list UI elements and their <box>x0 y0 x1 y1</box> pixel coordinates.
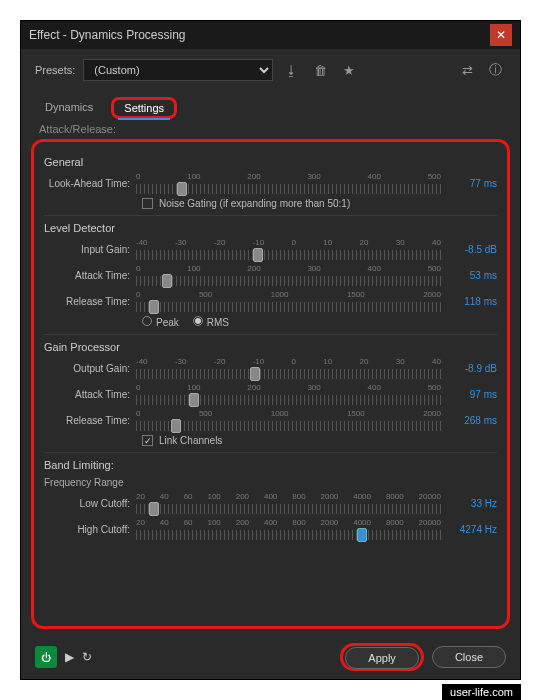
input-gain-value[interactable]: -8.5 dB <box>441 244 497 255</box>
input-gain-slider[interactable]: -40-30-20-10010203040 <box>136 238 441 260</box>
window-title: Effect - Dynamics Processing <box>29 28 490 42</box>
link-channels-row[interactable]: ✓ Link Channels <box>142 435 497 446</box>
close-icon[interactable]: ✕ <box>490 24 512 46</box>
tabs: Dynamics Settings <box>21 97 520 119</box>
route-icon[interactable]: ⇄ <box>458 61 477 80</box>
gp-attack-value[interactable]: 97 ms <box>441 389 497 400</box>
link-channels-label: Link Channels <box>159 435 222 446</box>
power-icon[interactable]: ⏻ <box>35 646 57 668</box>
highlight-panel: General Look-Ahead Time: 010020030040050… <box>31 139 510 629</box>
rms-radio[interactable]: RMS <box>193 316 229 328</box>
ld-attack-label: Attack Time: <box>44 270 136 281</box>
play-icon[interactable]: ▶ <box>65 650 74 664</box>
output-gain-slider[interactable]: -40-30-20-10010203040 <box>136 357 441 379</box>
noise-gating-row[interactable]: Noise Gating (if expanding more than 50:… <box>142 198 497 209</box>
apply-button[interactable]: Apply <box>345 647 419 669</box>
gp-release-label: Release Time: <box>44 415 136 426</box>
high-cutoff-label: High Cutoff: <box>44 524 136 535</box>
ld-attack-slider[interactable]: 0100200300400500 <box>136 264 441 286</box>
close-button[interactable]: Close <box>432 646 506 668</box>
effect-dialog: Effect - Dynamics Processing ✕ Presets: … <box>20 20 521 680</box>
link-channels-checkbox[interactable]: ✓ <box>142 435 153 446</box>
freq-range-label: Frequency Range <box>44 477 497 488</box>
gp-release-slider[interactable]: 0500100015002000 <box>136 409 441 431</box>
footer: ⏻ ▶ ↻ Apply Close <box>21 635 520 679</box>
tab-settings[interactable]: Settings <box>118 98 170 120</box>
ld-release-slider[interactable]: 0500100015002000 <box>136 290 441 312</box>
presets-select[interactable]: (Custom) <box>83 59 273 81</box>
titlebar: Effect - Dynamics Processing ✕ <box>21 21 520 49</box>
peak-radio[interactable]: Peak <box>142 316 179 328</box>
low-cutoff-slider[interactable]: 20406010020040080020004000800020000 <box>136 492 441 514</box>
trash-icon[interactable]: 🗑 <box>310 61 331 80</box>
highlight-apply: Apply <box>340 643 424 671</box>
presets-label: Presets: <box>35 64 75 76</box>
loop-icon[interactable]: ↻ <box>82 650 92 664</box>
info-icon[interactable]: ⓘ <box>485 59 506 81</box>
gp-attack-slider[interactable]: 0100200300400500 <box>136 383 441 405</box>
section-gain-processor: Gain Processor <box>44 341 497 353</box>
tab-dynamics[interactable]: Dynamics <box>39 97 99 119</box>
noise-gating-label: Noise Gating (if expanding more than 50:… <box>159 198 350 209</box>
input-gain-label: Input Gain: <box>44 244 136 255</box>
high-cutoff-value[interactable]: 4274 Hz <box>441 524 497 535</box>
ld-attack-value[interactable]: 53 ms <box>441 270 497 281</box>
star-icon[interactable]: ★ <box>339 61 359 80</box>
lookahead-label: Look-Ahead Time: <box>44 178 136 189</box>
section-general: General <box>44 156 497 168</box>
highlight-settings-tab: Settings <box>111 97 177 119</box>
low-cutoff-value[interactable]: 33 Hz <box>441 498 497 509</box>
watermark: user-life.com <box>442 684 521 700</box>
low-cutoff-label: Low Cutoff: <box>44 498 136 509</box>
lookahead-value[interactable]: 77 ms <box>441 178 497 189</box>
ld-release-label: Release Time: <box>44 296 136 307</box>
section-level-detector: Level Detector <box>44 222 497 234</box>
detector-mode: Peak RMS <box>142 316 497 328</box>
presets-row: Presets: (Custom) ⭳ 🗑 ★ ⇄ ⓘ <box>21 49 520 91</box>
row-lookahead: Look-Ahead Time: 0100200300400500 77 ms <box>44 172 497 194</box>
lookahead-slider[interactable]: 0100200300400500 <box>136 172 441 194</box>
ld-release-value[interactable]: 118 ms <box>441 296 497 307</box>
noise-gating-checkbox[interactable] <box>142 198 153 209</box>
output-gain-label: Output Gain: <box>44 363 136 374</box>
section-band-limiting: Band Limiting: <box>44 459 497 471</box>
gp-attack-label: Attack Time: <box>44 389 136 400</box>
save-preset-icon[interactable]: ⭳ <box>281 61 302 80</box>
high-cutoff-slider[interactable]: 20406010020040080020004000800020000 <box>136 518 441 540</box>
attack-release-label: Attack/Release: <box>21 119 520 135</box>
output-gain-value[interactable]: -8.9 dB <box>441 363 497 374</box>
gp-release-value[interactable]: 268 ms <box>441 415 497 426</box>
